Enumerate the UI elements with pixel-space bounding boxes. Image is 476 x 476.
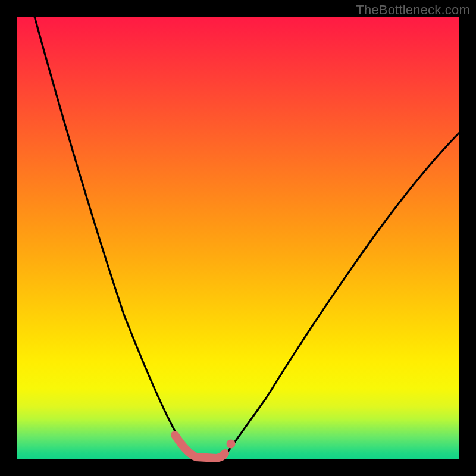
- watermark-text: TheBottleneck.com: [356, 2, 470, 18]
- marker-dot: [227, 440, 236, 449]
- chart-frame: TheBottleneck.com: [0, 0, 476, 476]
- plot-area: [17, 17, 459, 459]
- curve-left-arm: [35, 17, 195, 457]
- curve-right-arm: [225, 133, 459, 456]
- optimal-range-marker: [175, 435, 225, 458]
- bottleneck-curve: [17, 17, 459, 459]
